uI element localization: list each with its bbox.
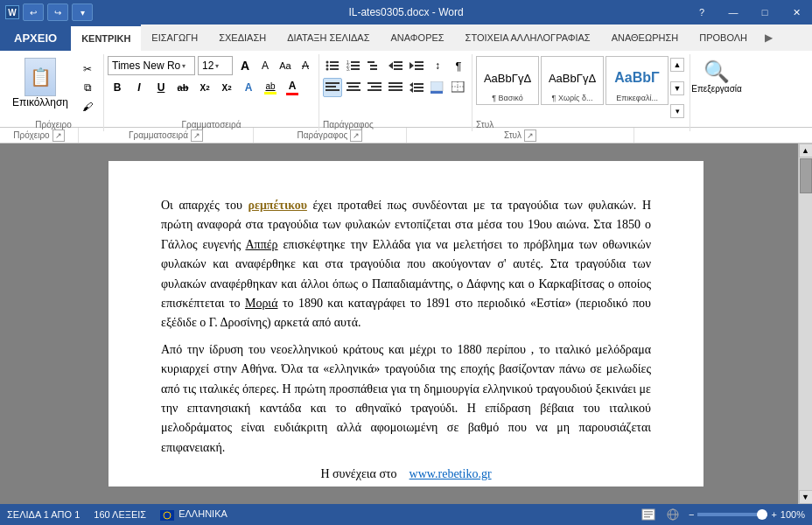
format-painter-button[interactable]: 🖌 xyxy=(75,98,100,116)
zoom-out-button[interactable]: − xyxy=(689,509,694,520)
copy-button[interactable]: ⧉ xyxy=(75,79,100,96)
styles-gallery: AaBbΓγΔ ¶ Βασικό AaBbΓγΔ ¶ Χωρίς δ... Aa… xyxy=(476,56,668,120)
cut-button[interactable]: ✂ xyxy=(75,60,100,78)
tab-references[interactable]: ΑΝΑΦΟΡΕΣ xyxy=(381,24,455,51)
show-paragraph-button[interactable]: ¶ xyxy=(449,56,468,75)
bold-button[interactable]: B xyxy=(108,78,127,97)
paste-icon: 📋 xyxy=(24,58,56,96)
align-left-button[interactable] xyxy=(323,78,342,97)
scroll-up-button[interactable]: ▲ xyxy=(799,144,813,158)
svg-rect-7 xyxy=(351,61,360,63)
align-right-button[interactable] xyxy=(365,78,384,97)
maximize-button[interactable]: □ xyxy=(749,0,780,24)
style-no-spacing[interactable]: AaBbΓγΔ ¶ Χωρίς δ... xyxy=(541,56,604,105)
svg-rect-20 xyxy=(415,61,424,63)
borders-button[interactable] xyxy=(449,78,468,97)
underline-button[interactable]: U xyxy=(151,78,171,97)
font-size-value: 12 xyxy=(202,60,214,72)
change-case-button[interactable]: Aa xyxy=(276,56,295,75)
styles-scroll-up[interactable]: ▲ xyxy=(670,58,684,72)
minimize-button[interactable]: — xyxy=(718,0,749,24)
tab-view[interactable]: ΠΡΟΒΟΛΗ xyxy=(689,24,758,51)
italic-button[interactable]: I xyxy=(130,78,149,97)
svg-rect-18 xyxy=(394,68,402,70)
status-right: − + 100% xyxy=(640,506,805,523)
undo-button[interactable]: ↩ xyxy=(23,4,44,21)
font-shrink-button[interactable]: A xyxy=(256,56,275,75)
web-view-button[interactable] xyxy=(664,506,682,523)
bullets-button[interactable] xyxy=(323,56,342,75)
clipboard-secondary: ✂ ⧉ 🖌 xyxy=(75,56,100,120)
multilevel-list-button[interactable] xyxy=(365,56,384,75)
scroll-down-button[interactable]: ▼ xyxy=(799,490,813,504)
document-page[interactable]: Οι απαρχές του ρεμπέτικου έχει προταθεί … xyxy=(108,161,704,486)
svg-rect-3 xyxy=(330,65,339,66)
tab-review[interactable]: ΑΝΑΘΕΩΡΗΣΗ xyxy=(601,24,690,51)
subscript-button[interactable]: X2 xyxy=(195,78,214,97)
align-center-button[interactable] xyxy=(344,78,363,97)
strikethrough-button[interactable]: ab xyxy=(173,78,192,97)
style-heading1[interactable]: AaBbΓ Επικεφαλί... xyxy=(606,56,668,105)
tab-home[interactable]: ΚΕΝΤΡΙΚΗ xyxy=(71,24,141,51)
scrollbar-thumb[interactable] xyxy=(800,158,812,193)
help-button[interactable]: ? xyxy=(686,0,718,24)
superscript-button[interactable]: X2 xyxy=(217,78,236,97)
styles-scroll-down[interactable]: ▼ xyxy=(670,81,684,95)
redo-button[interactable]: ↪ xyxy=(47,4,68,21)
styles-expand-button[interactable]: ↗ xyxy=(524,130,536,142)
close-button[interactable]: ✕ xyxy=(780,0,812,24)
svg-rect-50 xyxy=(644,516,650,518)
document-text: Οι απαρχές του ρεμπέτικου έχει προταθεί … xyxy=(161,196,651,484)
svg-rect-12 xyxy=(368,61,374,63)
svg-text:3.: 3. xyxy=(346,66,350,72)
clear-formatting-button[interactable]: A xyxy=(296,56,315,75)
styles-ribbon-label: Στυλ xyxy=(504,130,522,140)
para1-start: Οι απαρχές του xyxy=(161,199,248,212)
editing-button[interactable]: 🔍 Επεξεργασία xyxy=(694,56,739,97)
word-icon: W xyxy=(5,5,19,19)
zoom-in-button[interactable]: + xyxy=(771,509,776,520)
svg-rect-25 xyxy=(326,89,340,91)
paragraph-row2 xyxy=(323,78,468,97)
shading-button[interactable] xyxy=(428,78,447,97)
paragraph-expand-button[interactable]: ↗ xyxy=(350,130,362,142)
zoom-controls: − + 100% xyxy=(689,509,805,520)
paste-button[interactable]: 📋 Επικόλληση xyxy=(7,56,74,120)
style-heading1-sample: AaBbΓ xyxy=(610,62,664,94)
tab-insert[interactable]: ΕΙΣΑΓΩΓΗ xyxy=(141,24,208,51)
svg-marker-35 xyxy=(410,82,413,88)
font-size-input[interactable]: 12 ▾ xyxy=(198,56,233,75)
font-name-arrow: ▾ xyxy=(182,62,186,70)
font-grow-button[interactable]: A xyxy=(235,56,255,75)
more-tabs-button[interactable]: ▶ xyxy=(758,24,780,51)
document-title: IL-ates0305.docx - Word xyxy=(348,6,463,18)
font-expand-button[interactable]: ↗ xyxy=(191,130,203,142)
font-size-controls: A A Aa A xyxy=(235,56,315,75)
tab-layout[interactable]: ΔΙΑΤΑΞΗ ΣΕΛΙΔΑΣ xyxy=(276,24,380,51)
justify-button[interactable] xyxy=(386,78,405,97)
increase-indent-button[interactable] xyxy=(407,56,426,75)
rebetiko-link[interactable]: www.rebetiko.gr xyxy=(410,467,492,480)
tab-mailings[interactable]: ΣΤΟΙΧΕΙΑ ΑΛΛΗΛΟΓΡΑΦΙΑΣ xyxy=(455,24,601,51)
font-name-dropdown[interactable]: Times New Ro ▾ xyxy=(108,56,195,75)
style-normal[interactable]: AaBbΓγΔ ¶ Βασικό xyxy=(476,56,539,105)
clipboard-expand-button[interactable]: ↗ xyxy=(52,130,65,142)
customize-qat-button[interactable]: ▾ xyxy=(72,4,93,21)
print-layout-button[interactable] xyxy=(640,506,657,523)
zoom-slider[interactable] xyxy=(697,513,767,516)
decrease-indent-button[interactable] xyxy=(386,56,405,75)
font-color-button[interactable]: A xyxy=(283,78,302,97)
text-effects-button[interactable]: A xyxy=(239,78,258,97)
scrollbar-track[interactable] xyxy=(799,158,813,490)
file-tab[interactable]: ΑΡΧΕΙΟ xyxy=(0,24,71,51)
styles-more-button[interactable]: ▾ xyxy=(670,104,684,118)
numbering-button[interactable]: 1.2.3. xyxy=(344,56,363,75)
zoom-level: 100% xyxy=(780,509,805,520)
sort-button[interactable]: ↕ xyxy=(428,56,447,75)
rempetiko-link[interactable]: ρεμπέτικου xyxy=(248,199,307,212)
paste-label: Επικόλληση xyxy=(12,96,68,108)
tab-design[interactable]: ΣΧΕΔΙΑΣΗ xyxy=(208,24,276,51)
highlight-color-button[interactable]: ab xyxy=(261,78,280,97)
vertical-scrollbar[interactable]: ▲ ▼ xyxy=(798,144,812,504)
line-spacing-button[interactable] xyxy=(407,78,426,97)
